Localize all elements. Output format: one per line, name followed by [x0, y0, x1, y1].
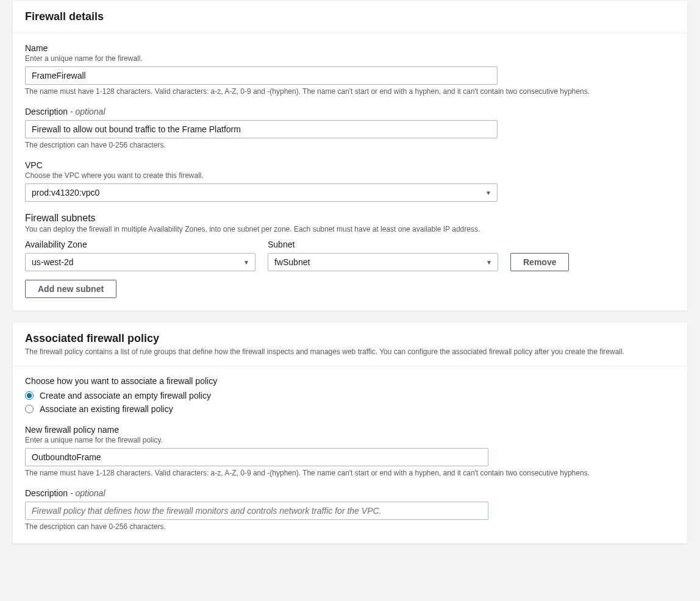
firewall-details-body: Name Enter a unique name for the firewal… [13, 34, 687, 310]
firewall-details-title: Firewall details [25, 10, 675, 23]
az-select-wrap: us-west-2d ▼ [25, 253, 255, 271]
policy-choice-label: Choose how you want to associate a firew… [25, 376, 675, 386]
subnets-sub: You can deploy the firewall in multiple … [25, 225, 675, 233]
az-label: Availability Zone [25, 240, 255, 249]
vpc-sublabel: Choose the VPC where you want to create … [25, 171, 675, 180]
name-input[interactable] [25, 66, 498, 85]
associated-policy-title: Associated firewall policy [25, 332, 675, 345]
policy-description-label-text: Description [25, 488, 68, 498]
policy-radio-existing-label: Associate an existing firewall policy [40, 404, 173, 414]
add-new-subnet-button[interactable]: Add new subnet [25, 280, 116, 298]
policy-choice-group: Choose how you want to associate a firew… [25, 376, 675, 414]
associated-policy-panel: Associated firewall policy The firewall … [12, 322, 688, 544]
policy-name-group: New firewall policy name Enter a unique … [25, 425, 675, 477]
policy-name-hint: The name must have 1-128 characters. Val… [25, 469, 675, 477]
description-label: Description - optional [25, 107, 675, 116]
vpc-label: VPC [25, 160, 675, 170]
vpc-select[interactable]: prod:v41320:vpc0 [25, 183, 498, 202]
remove-subnet-button[interactable]: Remove [510, 253, 569, 271]
description-hint: The description can have 0-256 character… [25, 141, 675, 149]
associated-policy-desc: The firewall policy contains a list of r… [25, 347, 675, 356]
subnets-title: Firewall subnets [25, 213, 675, 224]
policy-description-input[interactable] [25, 502, 488, 520]
policy-radio-existing[interactable]: Associate an existing firewall policy [25, 404, 675, 414]
radio-icon [25, 391, 34, 400]
description-label-text: Description [25, 107, 68, 116]
az-col: Availability Zone us-west-2d ▼ [25, 240, 255, 271]
subnet-col: Subnet fwSubnet ▼ [268, 240, 498, 271]
firewall-details-panel: Firewall details Name Enter a unique nam… [12, 0, 688, 311]
policy-name-label: New firewall policy name [25, 425, 675, 435]
subnet-row: Availability Zone us-west-2d ▼ Subnet fw… [25, 240, 675, 271]
policy-radio-create-label: Create and associate an empty firewall p… [40, 391, 211, 400]
associated-policy-header: Associated firewall policy The firewall … [13, 322, 687, 366]
subnet-label: Subnet [268, 240, 498, 249]
policy-radio-create[interactable]: Create and associate an empty firewall p… [25, 391, 675, 400]
description-input[interactable] [25, 120, 498, 138]
remove-col: Remove [510, 253, 569, 271]
description-optional: - optional [68, 107, 105, 116]
policy-name-input[interactable] [25, 448, 488, 466]
firewall-details-header: Firewall details [13, 1, 687, 34]
associated-policy-body: Choose how you want to associate a firew… [13, 366, 687, 543]
policy-description-group: Description - optional The description c… [25, 488, 675, 531]
description-group: Description - optional The description c… [25, 107, 675, 149]
vpc-group: VPC Choose the VPC where you want to cre… [25, 160, 675, 202]
policy-radio-group: Create and associate an empty firewall p… [25, 391, 675, 414]
az-select[interactable]: us-west-2d [25, 253, 255, 271]
vpc-select-wrap: prod:v41320:vpc0 ▼ [25, 183, 498, 202]
subnet-select[interactable]: fwSubnet [268, 253, 498, 271]
subnets-group: Firewall subnets You can deploy the fire… [25, 213, 675, 298]
name-sublabel: Enter a unique name for the firewall. [25, 54, 675, 63]
subnet-select-wrap: fwSubnet ▼ [268, 253, 498, 271]
policy-name-sub: Enter a unique name for the firewall pol… [25, 436, 675, 444]
policy-description-label: Description - optional [25, 488, 675, 498]
name-group: Name Enter a unique name for the firewal… [25, 43, 675, 96]
policy-description-optional: - optional [68, 488, 105, 498]
name-hint: The name must have 1-128 characters. Val… [25, 87, 675, 96]
policy-description-hint: The description can have 0-256 character… [25, 522, 675, 531]
radio-icon [25, 405, 34, 413]
name-label: Name [25, 43, 675, 53]
